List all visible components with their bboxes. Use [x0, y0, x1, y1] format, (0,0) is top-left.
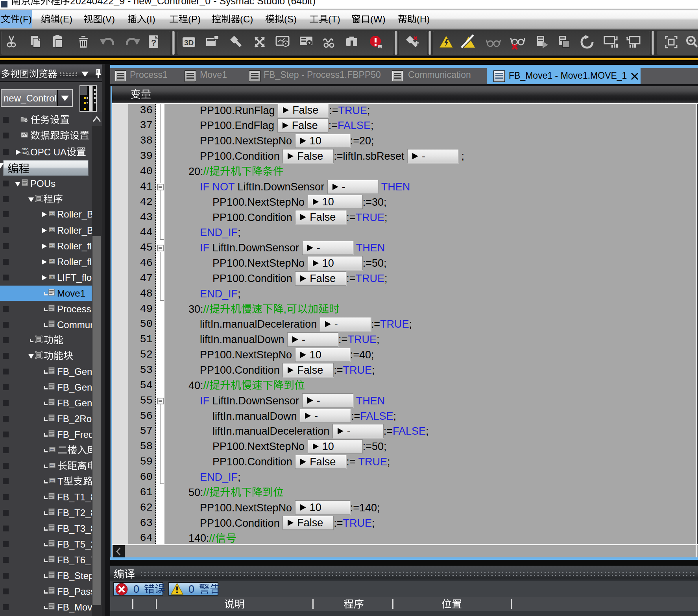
- svg-text:OPC: OPC: [22, 148, 29, 151]
- svg-text:HIO: HIO: [50, 244, 54, 247]
- svg-text:3D: 3D: [184, 39, 194, 47]
- svg-text:HIO: HIO: [50, 464, 54, 467]
- svg-text:?: ?: [151, 38, 156, 48]
- svg-text:HIO: HIO: [50, 480, 54, 482]
- svg-text:HIO: HIO: [50, 448, 54, 451]
- svg-text:HIO: HIO: [50, 212, 54, 215]
- svg-text:HIO: HIO: [50, 276, 54, 278]
- svg-text:HIO: HIO: [50, 260, 54, 262]
- svg-text:HIO: HIO: [50, 229, 54, 231]
- svg-text:UA: UA: [22, 151, 26, 155]
